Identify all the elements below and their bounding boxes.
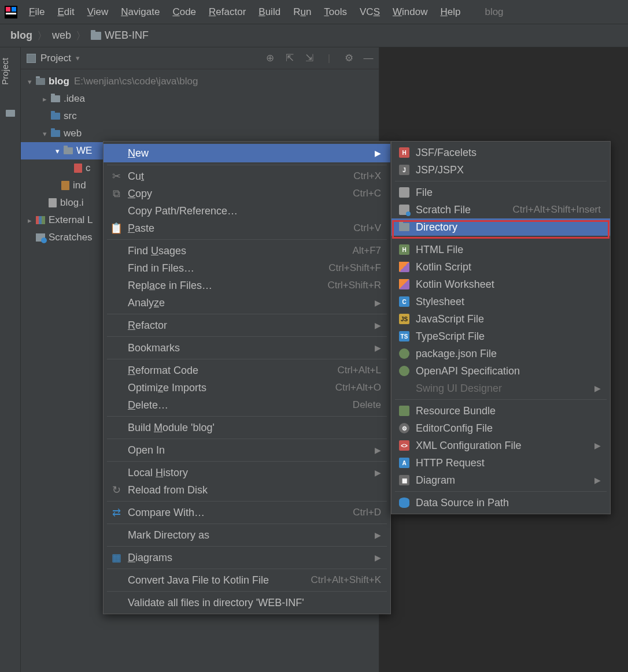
ctx-cut[interactable]: ✂CutCtrl+X	[104, 168, 390, 185]
new-http-request[interactable]: AHTTP Request	[391, 454, 610, 471]
shortcut-label: Ctrl+Alt+Shift+K	[311, 574, 381, 586]
menu-refactor[interactable]: Refactor	[203, 4, 252, 20]
separator	[107, 359, 387, 359]
shortcut-label: Ctrl+V	[353, 222, 381, 234]
menu-build[interactable]: Build	[253, 4, 286, 20]
separator	[107, 239, 387, 240]
separator	[107, 314, 387, 314]
gear-icon[interactable]: ⚙	[344, 54, 353, 63]
project-tool-tab[interactable]: Project	[0, 53, 21, 90]
ctx-bookmarks[interactable]: Bookmarks▶	[104, 339, 390, 357]
ctx-replace-in-files[interactable]: Replace in Files…Ctrl+Shift+R	[104, 277, 390, 294]
ctx-local-history[interactable]: Local History▶	[104, 464, 390, 481]
tree-index-label: ind	[73, 180, 86, 191]
ctx-convert-kotlin[interactable]: Convert Java File to Kotlin FileCtrl+Alt…	[104, 571, 390, 589]
chevron-down-icon[interactable]: ▾	[76, 54, 80, 62]
hide-icon[interactable]: —	[364, 54, 373, 63]
new-xml-config[interactable]: <>XML Configuration File▶	[391, 437, 610, 454]
new-editorconfig[interactable]: ⚙EditorConfig File	[391, 419, 610, 437]
ctx-reload-disk[interactable]: ↻Reload from Disk	[104, 481, 390, 499]
expand-all-icon[interactable]: ⇱	[285, 54, 294, 63]
breadcrumb-root[interactable]: blog	[10, 29, 32, 42]
collapse-all-icon[interactable]: ⇲	[305, 54, 314, 63]
separator	[107, 416, 387, 417]
menu-run[interactable]: Run	[287, 4, 317, 20]
ctx-open-in[interactable]: Open In▶	[104, 441, 390, 459]
ctx-find-usages[interactable]: Find UsagesAlt+F7	[104, 242, 390, 259]
ctx-compare-with[interactable]: ⇄Compare With…Ctrl+D	[104, 504, 390, 521]
new-kotlin-worksheet[interactable]: Kotlin Worksheet	[391, 276, 610, 293]
ctx-refactor[interactable]: Refactor▶	[104, 317, 390, 334]
tree-root[interactable]: ▾ blog E:\wenjian\cs\code\java\blog	[21, 73, 379, 90]
svg-rect-2	[12, 7, 16, 12]
separator	[107, 461, 387, 462]
compare-icon: ⇄	[110, 506, 122, 519]
menu-vcs[interactable]: VCS	[354, 4, 386, 20]
new-directory[interactable]: Directory	[391, 218, 610, 236]
new-kotlin-script[interactable]: Kotlin Script	[391, 258, 610, 276]
new-scratch[interactable]: Scratch FileCtrl+Alt+Shift+Insert	[391, 201, 610, 218]
new-jsf[interactable]: HJSF/Facelets	[391, 144, 610, 161]
jsf-icon: H	[399, 147, 409, 158]
chevron-right-icon: 〉	[76, 29, 86, 43]
openapi-icon	[399, 366, 409, 376]
menu-help[interactable]: Help	[434, 4, 466, 20]
breadcrumb-web[interactable]: web	[52, 29, 71, 42]
menu-edit[interactable]: Edit	[51, 4, 80, 20]
gear-icon: ⚙	[399, 423, 409, 433]
new-html[interactable]: HHTML File	[391, 241, 610, 258]
svg-rect-3	[6, 13, 16, 14]
ctx-delete[interactable]: Delete…Delete	[104, 396, 390, 414]
separator	[107, 569, 387, 569]
http-icon: A	[399, 458, 409, 468]
new-js[interactable]: JSJavaScript File	[391, 310, 610, 328]
svg-rect-1	[6, 7, 10, 12]
project-tool-tab-label: Project	[0, 58, 10, 85]
ctx-copy-path[interactable]: Copy Path/Reference…	[104, 202, 390, 220]
ctx-diagrams[interactable]: ▦Diagrams▶	[104, 549, 390, 566]
ctx-validate[interactable]: Validate all files in directory 'WEB-INF…	[104, 594, 390, 611]
module-icon	[36, 78, 45, 85]
new-openapi[interactable]: OpenAPI Specification	[391, 362, 610, 380]
new-diagram[interactable]: ▦Diagram▶	[391, 471, 610, 489]
shortcut-label: Ctrl+Alt+L	[337, 365, 381, 376]
web-folder-icon	[51, 130, 60, 137]
new-swing[interactable]: Swing UI Designer▶	[391, 380, 610, 397]
ctx-analyze[interactable]: Analyze▶	[104, 294, 390, 311]
tree-src[interactable]: src	[21, 107, 379, 125]
new-resource-bundle[interactable]: Resource Bundle	[391, 402, 610, 419]
tree-web[interactable]: ▾ web	[21, 125, 379, 142]
ctx-copy[interactable]: ⧉CopyCtrl+C	[104, 185, 390, 202]
css-icon: C	[399, 296, 409, 307]
menu-view[interactable]: View	[82, 4, 114, 20]
tree-root-label: blog	[49, 76, 69, 87]
ctx-new[interactable]: New▶	[104, 144, 390, 162]
menu-code[interactable]: Code	[167, 4, 202, 20]
ctx-find-in-files[interactable]: Find in Files…Ctrl+Shift+F	[104, 259, 390, 277]
new-datasource[interactable]: Data Source in Path	[391, 494, 610, 511]
ctx-optimize-imports[interactable]: Optimize ImportsCtrl+Alt+O	[104, 379, 390, 396]
select-opened-file-icon[interactable]: ⊕	[265, 54, 275, 63]
ctx-build-module[interactable]: Build Module 'blog'	[104, 419, 390, 436]
separator	[107, 591, 387, 592]
ctx-mark-directory[interactable]: Mark Directory as▶	[104, 526, 390, 544]
folder-icon	[51, 95, 60, 102]
tree-idea[interactable]: ▸ .idea	[21, 90, 379, 107]
project-panel-header: Project ▾ ⊕ ⇱ ⇲ | ⚙ —	[21, 47, 379, 69]
breadcrumb-webinf[interactable]: WEB-INF	[91, 29, 149, 42]
diagrams-icon: ▦	[110, 551, 122, 564]
menu-navigate[interactable]: Navigate	[115, 4, 165, 20]
new-packagejson[interactable]: package.json File	[391, 345, 610, 362]
ctx-reformat[interactable]: Reformat CodeCtrl+Alt+L	[104, 362, 390, 379]
breadcrumb-web-label: web	[52, 29, 71, 42]
menu-window[interactable]: Window	[387, 4, 433, 20]
new-ts[interactable]: TSTypeScript File	[391, 328, 610, 345]
new-jspx[interactable]: JJSP/JSPX	[391, 161, 610, 179]
file-icon	[399, 187, 409, 198]
new-file[interactable]: File	[391, 184, 610, 201]
paste-icon: 📋	[110, 222, 122, 235]
menu-tools[interactable]: Tools	[318, 4, 353, 20]
ctx-paste[interactable]: 📋PasteCtrl+V	[104, 220, 390, 237]
menu-file[interactable]: File	[23, 4, 50, 20]
new-stylesheet[interactable]: CStylesheet	[391, 293, 610, 310]
